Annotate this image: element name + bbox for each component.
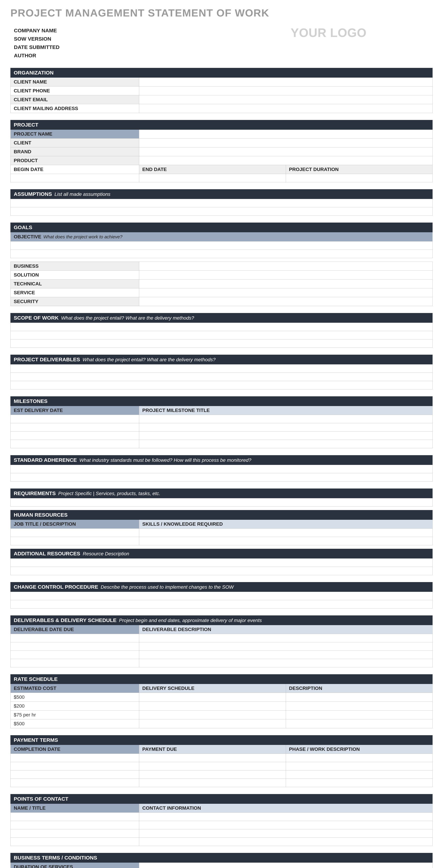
hr-skills-1[interactable] bbox=[139, 529, 433, 537]
deliverables-line-1[interactable] bbox=[10, 364, 433, 373]
milestone-date-2[interactable] bbox=[10, 423, 139, 431]
objective-subheader: OBJECTIVE What does the project work to … bbox=[10, 232, 433, 242]
delsched-date-3[interactable] bbox=[10, 651, 139, 659]
payment-date-2[interactable] bbox=[10, 762, 139, 770]
input-solution[interactable] bbox=[139, 271, 433, 279]
payment-due-1[interactable] bbox=[139, 754, 286, 762]
milestone-title-1[interactable] bbox=[139, 415, 433, 423]
milestone-date-4[interactable] bbox=[10, 440, 139, 448]
payment-date-1[interactable] bbox=[10, 754, 139, 762]
change-line-2[interactable] bbox=[10, 600, 433, 609]
rate-sched-4[interactable] bbox=[139, 719, 286, 728]
change-line-1[interactable] bbox=[10, 592, 433, 600]
poc-name-1[interactable] bbox=[10, 813, 139, 821]
rate-sched-2[interactable] bbox=[139, 702, 286, 710]
hr-job-2[interactable] bbox=[10, 537, 139, 545]
input-client-mail[interactable] bbox=[139, 104, 433, 113]
project-header: PROJECT bbox=[10, 120, 433, 130]
scope-line-2[interactable] bbox=[10, 331, 433, 339]
milestone-title-2[interactable] bbox=[139, 423, 433, 431]
delsched-desc-1[interactable] bbox=[139, 634, 433, 642]
input-project-duration[interactable] bbox=[286, 174, 433, 182]
rate-desc-2[interactable] bbox=[286, 702, 433, 710]
standard-line-2[interactable] bbox=[10, 473, 433, 482]
objective-line-2[interactable] bbox=[10, 250, 433, 258]
poc-contact-4[interactable] bbox=[139, 838, 433, 846]
rate-cost-1[interactable]: $500 bbox=[10, 693, 139, 702]
milestone-title-4[interactable] bbox=[139, 440, 433, 448]
poc-contact-3[interactable] bbox=[139, 829, 433, 837]
page-title: PROJECT MANAGEMENT STATEMENT OF WORK bbox=[10, 7, 434, 19]
payment-date-3[interactable] bbox=[10, 770, 139, 779]
payment-due-2[interactable] bbox=[139, 762, 286, 770]
payment-phase-3[interactable] bbox=[286, 770, 433, 779]
rate-desc-4[interactable] bbox=[286, 719, 433, 728]
payment-due-4[interactable] bbox=[139, 779, 286, 787]
milestone-date-1[interactable] bbox=[10, 415, 139, 423]
input-service[interactable] bbox=[139, 288, 433, 297]
label-solution: SOLUTION bbox=[10, 271, 139, 279]
assumptions-line-2[interactable] bbox=[10, 207, 433, 216]
input-begin-date[interactable] bbox=[10, 174, 139, 182]
payment-phase-4[interactable] bbox=[286, 779, 433, 787]
delsched-date-1[interactable] bbox=[10, 634, 139, 642]
payment-phase-1[interactable] bbox=[286, 754, 433, 762]
delsched-date-4[interactable] bbox=[10, 659, 139, 667]
milestone-date-3[interactable] bbox=[10, 432, 139, 440]
milestone-title-3[interactable] bbox=[139, 432, 433, 440]
rate-sched-1[interactable] bbox=[139, 693, 286, 702]
delsched-desc-3[interactable] bbox=[139, 651, 433, 659]
term-value-0[interactable] bbox=[139, 863, 433, 868]
addres-line-2[interactable] bbox=[10, 567, 433, 575]
deliverables-line-3[interactable] bbox=[10, 381, 433, 390]
input-project-product[interactable] bbox=[139, 156, 433, 165]
rate-col-desc: DESCRIPTION bbox=[286, 684, 433, 693]
milestones-col-date: EST DELIVERY DATE bbox=[10, 406, 139, 415]
section-project: PROJECT PROJECT NAME CLIENT BRAND PRODUC… bbox=[10, 120, 433, 182]
input-client-phone[interactable] bbox=[139, 87, 433, 95]
input-project-brand[interactable] bbox=[139, 147, 433, 156]
assumptions-line-1[interactable] bbox=[10, 199, 433, 207]
input-end-date[interactable] bbox=[139, 174, 286, 182]
objective-line-1[interactable] bbox=[10, 242, 433, 250]
standard-line-1[interactable] bbox=[10, 465, 433, 473]
section-change: CHANGE CONTROL PROCEDURE Describe the pr… bbox=[10, 582, 433, 609]
poc-contact-2[interactable] bbox=[139, 821, 433, 829]
scope-line-3[interactable] bbox=[10, 339, 433, 348]
input-client-name[interactable] bbox=[139, 78, 433, 86]
input-technical[interactable] bbox=[139, 279, 433, 288]
rate-cost-4[interactable]: $500 bbox=[10, 719, 139, 728]
payment-due-3[interactable] bbox=[139, 770, 286, 779]
payment-phase-2[interactable] bbox=[286, 762, 433, 770]
addres-line-1[interactable] bbox=[10, 558, 433, 567]
input-security[interactable] bbox=[139, 297, 433, 306]
rate-cost-2[interactable]: $200 bbox=[10, 702, 139, 710]
poc-name-2[interactable] bbox=[10, 821, 139, 829]
rate-sched-3[interactable] bbox=[139, 711, 286, 719]
hr-job-1[interactable] bbox=[10, 529, 139, 537]
delsched-desc-2[interactable] bbox=[139, 642, 433, 650]
input-client-email[interactable] bbox=[139, 95, 433, 104]
section-requirements: REQUIREMENTS Project Specific | Services… bbox=[10, 489, 433, 506]
hr-skills-2[interactable] bbox=[139, 537, 433, 545]
deliverables-line-2[interactable] bbox=[10, 373, 433, 381]
poc-name-3[interactable] bbox=[10, 829, 139, 837]
delsched-desc-4[interactable] bbox=[139, 659, 433, 667]
input-business[interactable] bbox=[139, 262, 433, 271]
poc-contact-1[interactable] bbox=[139, 813, 433, 821]
delsched-date-2[interactable] bbox=[10, 642, 139, 650]
rate-desc-1[interactable] bbox=[286, 693, 433, 702]
label-client-name: CLIENT NAME bbox=[10, 78, 139, 86]
rate-desc-3[interactable] bbox=[286, 711, 433, 719]
payment-date-4[interactable] bbox=[10, 779, 139, 787]
scope-line-1[interactable] bbox=[10, 323, 433, 331]
rate-cost-3[interactable]: $75 per hr bbox=[10, 711, 139, 719]
poc-name-4[interactable] bbox=[10, 838, 139, 846]
requirements-line-1[interactable] bbox=[10, 498, 433, 506]
assumptions-header: ASSUMPTIONS List all made assumptions bbox=[10, 189, 433, 199]
standard-header: STANDARD ADHERENCE What industry standar… bbox=[10, 455, 433, 465]
input-project-name[interactable] bbox=[139, 130, 433, 138]
input-project-client[interactable] bbox=[139, 138, 433, 147]
section-standard: STANDARD ADHERENCE What industry standar… bbox=[10, 455, 433, 482]
delsched-title: DELIVERABLES & DELIVERY SCHEDULE bbox=[14, 617, 117, 623]
